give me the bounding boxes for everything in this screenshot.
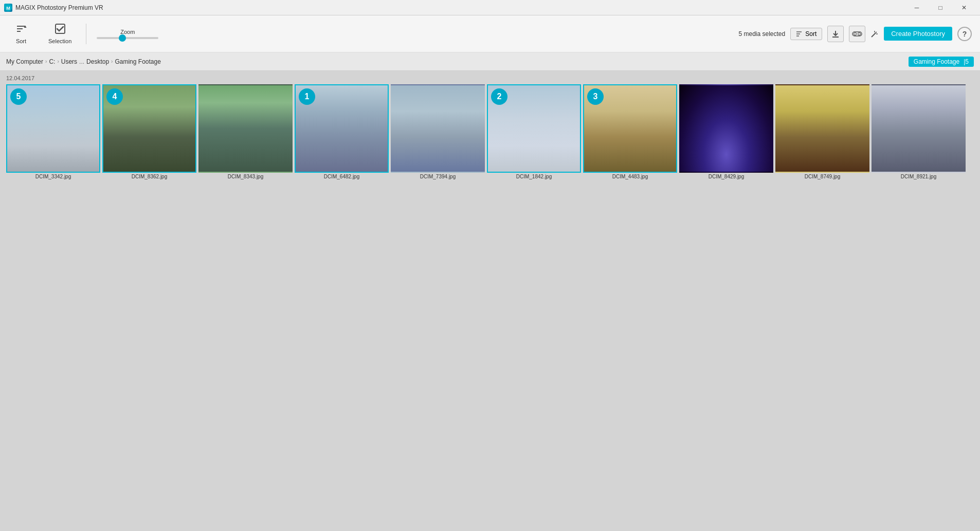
breadcrumb-bar: My Computer › C: › Users ... Desktop › G… <box>0 52 980 71</box>
wand-icon <box>870 30 879 38</box>
breadcrumb-gaming-footage[interactable]: Gaming Footage <box>115 58 160 65</box>
image-item-img-9[interactable]: DCIM_8749.jpg <box>775 84 869 179</box>
selection-badge-img-1: 5 <box>10 88 27 105</box>
image-filename-img-6: DCIM_1842.jpg <box>516 174 552 179</box>
zoom-slider[interactable] <box>97 37 158 39</box>
date-label: 12.04.2017 <box>6 75 974 81</box>
image-filename-img-9: DCIM_8749.jpg <box>805 174 840 179</box>
sort-right-label: Sort <box>805 30 816 38</box>
image-item-img-2[interactable]: 4DCIM_8362.jpg <box>102 84 196 179</box>
image-item-img-6[interactable]: 2DCIM_1842.jpg <box>487 84 581 179</box>
image-item-img-4[interactable]: 1DCIM_6482.jpg <box>295 84 389 179</box>
image-grid: 5DCIM_3342.jpg4DCIM_8362.jpgDCIM_8343.jp… <box>6 84 974 179</box>
titlebar: M MAGIX Photostory Premium VR ─ □ ✕ <box>0 0 980 15</box>
breadcrumb-users[interactable]: Users <box>61 58 77 65</box>
image-filename-img-2: DCIM_8362.jpg <box>132 174 167 179</box>
sort-right-button[interactable]: Sort <box>790 28 822 40</box>
download-button[interactable] <box>827 26 844 42</box>
breadcrumb: My Computer › C: › Users ... Desktop › G… <box>6 58 161 65</box>
selection-badge-img-2: 4 <box>106 88 123 105</box>
image-filename-img-10: DCIM_8921.jpg <box>901 174 936 179</box>
svg-point-12 <box>854 32 857 35</box>
breadcrumb-my-computer[interactable]: My Computer <box>6 58 43 65</box>
selection-badge-img-4: 1 <box>299 88 315 105</box>
vr-button[interactable] <box>849 26 865 42</box>
breadcrumb-dots[interactable]: ... <box>79 58 84 65</box>
folder-badge-count: |5 <box>964 58 969 65</box>
main-content: 12.04.2017 5DCIM_3342.jpg4DCIM_8362.jpgD… <box>0 71 980 531</box>
breadcrumb-sep-2: › <box>57 59 59 64</box>
sort-label: Sort <box>16 38 26 44</box>
selection-button[interactable]: Selection <box>44 21 76 46</box>
selection-badge-img-6: 2 <box>491 88 507 105</box>
image-item-img-7[interactable]: 3DCIM_4483.jpg <box>583 84 677 179</box>
image-filename-img-3: DCIM_8343.jpg <box>228 174 263 179</box>
toolbar-right: 5 media selected Sort <box>738 26 972 42</box>
maximize-button[interactable]: □ <box>929 0 952 15</box>
help-button[interactable]: ? <box>957 27 972 41</box>
vr-icon <box>852 31 862 37</box>
image-filename-img-4: DCIM_6482.jpg <box>324 174 359 179</box>
breadcrumb-sep-1: › <box>45 59 47 64</box>
toolbar-separator-1 <box>86 24 86 44</box>
selection-badge-img-7: 3 <box>587 88 604 105</box>
image-filename-img-1: DCIM_3342.jpg <box>35 174 71 179</box>
breadcrumb-sep-3: › <box>111 59 113 64</box>
image-item-img-5[interactable]: DCIM_7394.jpg <box>391 84 485 179</box>
image-item-img-10[interactable]: DCIM_8921.jpg <box>872 84 966 179</box>
window-controls: ─ □ ✕ <box>905 0 976 15</box>
selection-label: Selection <box>48 38 71 44</box>
image-filename-img-8: DCIM_8429.jpg <box>709 174 744 179</box>
svg-point-13 <box>858 32 861 35</box>
image-filename-img-7: DCIM_4483.jpg <box>612 174 648 179</box>
app-icon: M <box>4 4 12 12</box>
close-button[interactable]: ✕ <box>952 0 976 15</box>
image-item-img-3[interactable]: DCIM_8343.jpg <box>198 84 293 179</box>
image-item-img-8[interactable]: DCIM_8429.jpg <box>679 84 773 179</box>
svg-line-16 <box>876 32 877 33</box>
folder-badge: Gaming Footage |5 <box>909 57 974 67</box>
app-title: MAGIX Photostory Premium VR <box>15 4 905 11</box>
svg-text:M: M <box>6 6 10 11</box>
zoom-control: Zoom <box>97 29 158 39</box>
download-icon <box>831 30 840 38</box>
folder-badge-label: Gaming Footage <box>914 58 959 65</box>
create-photostory-button[interactable]: Create Photostory <box>884 27 952 41</box>
media-selected-label: 5 media selected <box>738 30 785 38</box>
breadcrumb-c-drive[interactable]: C: <box>49 58 55 65</box>
image-item-img-1[interactable]: 5DCIM_3342.jpg <box>6 84 100 179</box>
image-filename-img-5: DCIM_7394.jpg <box>420 174 456 179</box>
sort-right-icon <box>796 30 803 38</box>
sort-icon <box>15 23 27 37</box>
sort-button[interactable]: Sort <box>8 21 34 46</box>
breadcrumb-desktop[interactable]: Desktop <box>86 58 109 65</box>
toolbar: Sort Selection Zoom 5 media selected Sor… <box>0 15 980 52</box>
svg-line-14 <box>872 33 876 37</box>
minimize-button[interactable]: ─ <box>905 0 929 15</box>
selection-icon <box>55 23 66 37</box>
